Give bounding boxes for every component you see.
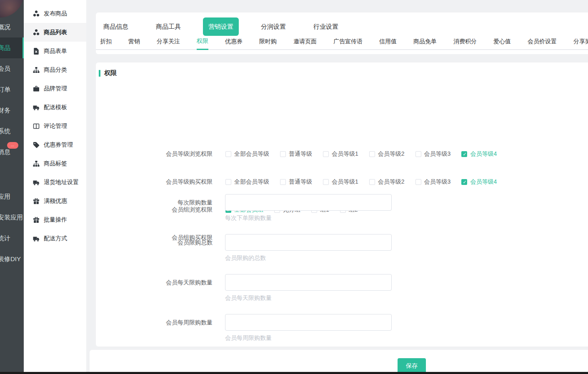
checkbox-member-level-1[interactable]: 会员等级1 bbox=[323, 178, 358, 186]
submenu-full-discount[interactable]: 满额优惠 bbox=[24, 192, 86, 210]
permissions-panel: 权限 会员等级浏览权限 全部会员等级 普通等级 会员等级1 会员等级2 会员等级… bbox=[96, 62, 588, 347]
submenu-product-tags[interactable]: 商品标签 bbox=[24, 154, 86, 173]
checkbox-box[interactable] bbox=[415, 151, 421, 157]
checkbox-member-level-2[interactable]: 会员等级2 bbox=[369, 178, 405, 186]
checkbox-member-level-2[interactable]: 会员等级2 bbox=[369, 150, 405, 158]
subtab-member-price[interactable]: 会员价设置 bbox=[528, 37, 557, 49]
sidebar-item-messages[interactable]: 消息 … bbox=[0, 142, 24, 162]
subtab-share-reward[interactable]: 分享奖励 bbox=[573, 37, 588, 49]
submenu-publish-product[interactable]: 发布商品 bbox=[24, 4, 86, 23]
sidebar-item-statistics[interactable]: 统计 bbox=[0, 228, 24, 249]
briefcase-icon bbox=[33, 85, 40, 92]
member-weekly-limit-input[interactable] bbox=[225, 314, 392, 331]
subtab-free-order[interactable]: 商品免单 bbox=[413, 37, 437, 49]
form-row-member-level-view: 会员等级浏览权限 全部会员等级 普通等级 会员等级1 会员等级2 会员等级3 会… bbox=[96, 148, 497, 160]
truck-icon bbox=[33, 179, 40, 186]
checkbox-box[interactable] bbox=[225, 179, 231, 185]
subtab-coupon[interactable]: 优惠券 bbox=[225, 37, 243, 49]
field-hint: 会员每周限购数量 bbox=[225, 334, 392, 342]
form-label: 会员等级浏览权限 bbox=[96, 150, 213, 158]
tag-icon bbox=[33, 142, 40, 148]
checkbox-box[interactable] bbox=[280, 179, 286, 185]
sidebar-item-install-apps[interactable]: 安装应用 bbox=[0, 207, 24, 228]
submenu-product-category[interactable]: 商品分类 bbox=[24, 60, 86, 79]
form-label: 会员限购总数 bbox=[96, 234, 213, 262]
subtab-credit-value[interactable]: 信用值 bbox=[379, 37, 397, 49]
submenu-return-address[interactable]: 退货地址设置 bbox=[24, 173, 86, 192]
window-bottom-edge bbox=[0, 372, 588, 374]
checkbox-box[interactable] bbox=[280, 151, 286, 157]
gift-icon bbox=[33, 217, 40, 223]
product-submenu-sidebar: 发布商品 商品列表 商品表单 商品分类 品牌管理 配送模板 评论管理 优惠券管理… bbox=[24, 0, 86, 374]
checkbox-box[interactable] bbox=[415, 179, 421, 185]
submenu-product-list[interactable]: 商品列表 bbox=[24, 23, 86, 42]
sidebar-item-decorate-diy[interactable]: 装修DIY bbox=[0, 249, 24, 269]
form-label: 会员每周限购数量 bbox=[96, 314, 213, 342]
checkbox-box[interactable] bbox=[323, 179, 329, 185]
checkbox-member-level-3[interactable]: 会员等级3 bbox=[415, 178, 451, 186]
member-daily-limit-input[interactable] bbox=[225, 274, 392, 291]
sidebar-item-apps[interactable]: 应用 bbox=[0, 186, 24, 207]
sidebar-item-finance[interactable]: 财务 bbox=[0, 100, 24, 121]
submenu-delivery-template[interactable]: 配送模板 bbox=[24, 98, 86, 117]
form-label: 每次限购数量 bbox=[96, 194, 213, 222]
sidebar-item-system[interactable]: 系统 bbox=[0, 121, 24, 142]
tab-product-info[interactable]: 商品信息 bbox=[98, 17, 134, 36]
checkbox-box[interactable] bbox=[323, 151, 329, 157]
subtab-flash-sale[interactable]: 限时购 bbox=[259, 37, 277, 49]
section-title: 权限 bbox=[104, 69, 117, 77]
subtab-permissions[interactable]: 权限 bbox=[197, 37, 208, 50]
field-hint: 会员限购的总数 bbox=[225, 254, 392, 262]
sidebar-item-products[interactable]: 商品 bbox=[0, 37, 24, 58]
checkbox-box[interactable] bbox=[461, 179, 467, 185]
submenu-coupon-management[interactable]: 优惠券管理 bbox=[24, 135, 86, 154]
checkbox-member-level-4[interactable]: 会员等级4 bbox=[461, 178, 497, 186]
form-label: 会员每天限购数量 bbox=[96, 274, 213, 302]
checkbox-all-member-levels[interactable]: 全部会员等级 bbox=[225, 178, 269, 186]
form-row-member-daily-limit: 会员每天限购数量 会员每天限购数量 bbox=[96, 274, 392, 302]
sidebar-item-members[interactable]: 会员 bbox=[0, 58, 24, 79]
tab-profit-settings[interactable]: 分润设置 bbox=[255, 17, 291, 36]
form-row-member-total-limit: 会员限购总数 会员限购的总数 bbox=[96, 234, 392, 262]
form-row-per-order-limit: 每次限购数量 每次下单限购数量 bbox=[96, 194, 392, 222]
checkbox-normal-level[interactable]: 普通等级 bbox=[280, 178, 312, 186]
section-header: 权限 bbox=[99, 69, 117, 77]
subtab-love-value[interactable]: 爱心值 bbox=[493, 37, 511, 49]
truck-icon bbox=[33, 104, 40, 111]
checkbox-box[interactable] bbox=[225, 151, 231, 157]
checkbox-group: 全部会员等级 普通等级 会员等级1 会员等级2 会员等级3 会员等级4 bbox=[225, 178, 497, 186]
sitemap-icon bbox=[33, 67, 40, 73]
form-label: 会员等级购买权限 bbox=[96, 178, 213, 186]
tab-industry-settings[interactable]: 行业设置 bbox=[308, 17, 344, 36]
submenu-product-form[interactable]: 商品表单 bbox=[24, 42, 86, 60]
submenu-review-management[interactable]: 评论管理 bbox=[24, 117, 86, 135]
per-order-limit-input[interactable] bbox=[225, 194, 392, 211]
subtab-consume-points[interactable]: 消费积分 bbox=[453, 37, 477, 49]
subtab-invite-page[interactable]: 邀请页面 bbox=[293, 37, 317, 49]
checkbox-normal-level[interactable]: 普通等级 bbox=[280, 150, 312, 158]
checkbox-box[interactable] bbox=[369, 179, 375, 185]
form-row-member-weekly-limit: 会员每周限购数量 会员每周限购数量 bbox=[96, 314, 392, 342]
checkbox-member-level-3[interactable]: 会员等级3 bbox=[415, 150, 451, 158]
tab-product-tools[interactable]: 商品工具 bbox=[150, 17, 186, 36]
columns-icon bbox=[33, 123, 40, 130]
checkbox-all-member-levels[interactable]: 全部会员等级 bbox=[225, 150, 269, 158]
subtab-discount[interactable]: 折扣 bbox=[100, 37, 112, 49]
sidebar-item-overview[interactable]: 概况 bbox=[0, 17, 24, 37]
subtab-ad-slogan[interactable]: 广告宣传语 bbox=[333, 37, 363, 49]
checkbox-box[interactable] bbox=[369, 151, 375, 157]
subtab-marketing[interactable]: 营销 bbox=[128, 37, 140, 49]
tab-marketing-settings[interactable]: 营销设置 bbox=[203, 17, 239, 36]
checkbox-member-level-1[interactable]: 会员等级1 bbox=[323, 150, 358, 158]
sidebar-item-orders[interactable]: 订单 bbox=[0, 79, 24, 100]
checkbox-box[interactable] bbox=[461, 151, 467, 157]
checkbox-member-level-4[interactable]: 会员等级4 bbox=[461, 150, 497, 158]
tabs-card: 商品信息 商品工具 营销设置 分润设置 行业设置 折扣 营销 分享关注 权限 优… bbox=[96, 12, 588, 54]
submenu-brand-management[interactable]: 品牌管理 bbox=[24, 79, 86, 98]
cubes-icon bbox=[33, 10, 40, 17]
form-row-member-level-buy: 会员等级购买权限 全部会员等级 普通等级 会员等级1 会员等级2 会员等级3 会… bbox=[96, 176, 497, 188]
subtab-share-follow[interactable]: 分享关注 bbox=[157, 37, 180, 49]
member-total-limit-input[interactable] bbox=[225, 234, 392, 251]
submenu-delivery-method[interactable]: 配送方式 bbox=[24, 229, 86, 248]
submenu-batch-operation[interactable]: 批量操作 bbox=[24, 210, 86, 229]
